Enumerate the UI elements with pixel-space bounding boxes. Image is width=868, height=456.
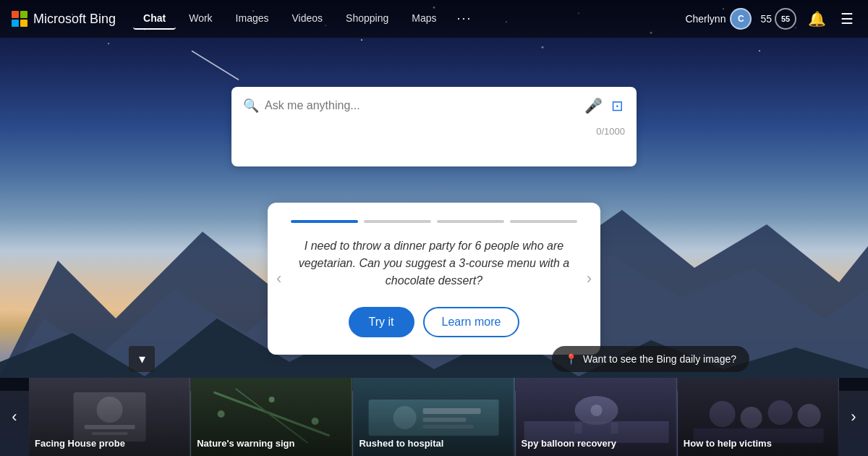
- progress-dot-2: [364, 220, 431, 223]
- news-item[interactable]: Nature's warning sign: [191, 378, 353, 456]
- progress-dot-3: [437, 220, 504, 223]
- nav-maps[interactable]: Maps: [401, 8, 446, 30]
- chevron-left-icon: ‹: [12, 408, 17, 426]
- progress-indicator: [291, 220, 577, 223]
- try-it-button[interactable]: Try it: [349, 307, 414, 337]
- hamburger-menu-icon[interactable]: ☰: [838, 7, 856, 30]
- chevron-right-icon: ›: [851, 408, 856, 426]
- news-item[interactable]: Rushed to hospital: [353, 378, 515, 456]
- news-item[interactable]: Spy balloon recovery: [516, 378, 678, 456]
- news-item-label: Nature's warning sign: [197, 438, 346, 450]
- nav-right-area: Cherlynn C 55 55 🔔 ☰: [685, 7, 856, 30]
- username-label: Cherlynn: [685, 13, 726, 25]
- nav-links: Chat Work Images Videos Shopping Maps ··…: [133, 8, 685, 30]
- promo-card: ‹ › I need to throw a dinner party for 6…: [268, 203, 600, 355]
- news-item-label: Spy balloon recovery: [522, 438, 671, 450]
- search-actions: 🎤 ⊡: [583, 96, 625, 116]
- points-value: 55: [760, 13, 772, 25]
- scroll-down-button[interactable]: ▾: [129, 346, 155, 372]
- news-strip: ‹ Facing House probe: [0, 378, 868, 456]
- camera-search-button[interactable]: ⊡: [610, 96, 625, 116]
- search-box: 🔍 🎤 ⊡ 0/1000: [231, 87, 637, 166]
- news-item-label: How to help victims: [684, 438, 833, 450]
- progress-dot-4: [510, 220, 577, 223]
- news-prev-button[interactable]: ‹: [0, 378, 29, 456]
- news-item[interactable]: How to help victims: [678, 378, 839, 456]
- points-badge[interactable]: 55 55: [760, 8, 796, 30]
- news-items-container: Facing House probe Nature's warning sign: [29, 378, 839, 456]
- news-item[interactable]: Facing House probe: [29, 378, 191, 456]
- char-count: 0/1000: [243, 123, 625, 137]
- nav-more-button[interactable]: ···: [449, 8, 479, 30]
- avatar: C: [730, 8, 752, 30]
- promo-text: I need to throw a dinner party for 6 peo…: [291, 237, 577, 290]
- brand-name: Microsoft Bing: [33, 12, 116, 27]
- daily-image-label: Want to see the Bing daily image?: [583, 353, 736, 365]
- search-container: 🔍 🎤 ⊡ 0/1000: [231, 87, 637, 166]
- logo-area[interactable]: Microsoft Bing: [12, 11, 116, 27]
- learn-more-button[interactable]: Learn more: [423, 307, 520, 337]
- chevron-down-icon: ▾: [139, 351, 145, 367]
- nav-videos[interactable]: Videos: [282, 8, 333, 30]
- nav-shopping[interactable]: Shopping: [336, 8, 399, 30]
- card-next-button[interactable]: ›: [581, 266, 597, 291]
- progress-dot-1: [291, 220, 358, 223]
- microsoft-logo: [12, 11, 27, 27]
- navbar: Microsoft Bing Chat Work Images Videos S…: [0, 0, 868, 38]
- nav-chat[interactable]: Chat: [133, 8, 176, 30]
- daily-image-banner[interactable]: 📍 Want to see the Bing daily image?: [552, 346, 749, 372]
- card-prev-button[interactable]: ‹: [271, 266, 287, 291]
- nav-work[interactable]: Work: [179, 8, 222, 30]
- points-ring: 55: [775, 8, 796, 30]
- news-item-label: Rushed to hospital: [359, 438, 509, 450]
- search-row: 🔍 🎤 ⊡: [243, 96, 625, 116]
- notifications-bell-icon[interactable]: 🔔: [805, 7, 829, 30]
- card-buttons: Try it Learn more: [291, 307, 577, 337]
- news-next-button[interactable]: ›: [839, 378, 868, 456]
- nav-images[interactable]: Images: [226, 8, 279, 30]
- microphone-button[interactable]: 🎤: [583, 96, 604, 116]
- search-input[interactable]: [265, 99, 577, 112]
- news-item-label: Facing House probe: [35, 438, 184, 450]
- search-icon: 🔍: [243, 98, 259, 114]
- location-pin-icon: 📍: [565, 353, 577, 365]
- user-profile[interactable]: Cherlynn C: [685, 8, 752, 30]
